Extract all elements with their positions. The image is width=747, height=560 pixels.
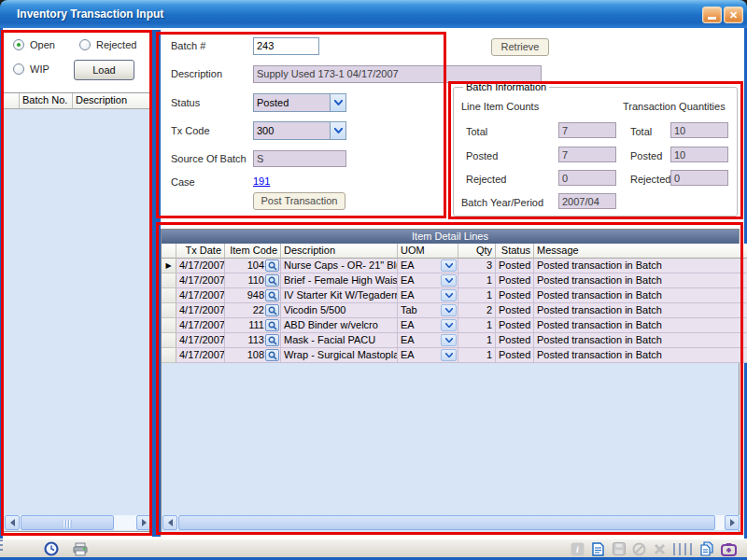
batch-list-col-batch-no[interactable]: Batch No. xyxy=(20,93,73,109)
cell-item-code[interactable]: 113 xyxy=(225,333,281,348)
cell-qty[interactable]: 1 xyxy=(458,348,496,363)
clock-icon[interactable] xyxy=(43,541,59,556)
tx-code-combobox[interactable]: 300 xyxy=(253,121,346,140)
cell-message[interactable]: Posted transaction in Batch xyxy=(534,348,747,363)
cell-message[interactable]: Posted transaction in Batch xyxy=(534,303,747,318)
cell-tx-date[interactable]: 4/17/2007 xyxy=(176,259,225,273)
row-selector[interactable] xyxy=(162,348,176,363)
detail-row[interactable]: 4/17/2007108Wrap - Surgical MastoplastyE… xyxy=(162,348,747,363)
cell-item-code[interactable]: 110 xyxy=(225,273,281,288)
cell-uom[interactable]: EA xyxy=(398,273,458,288)
detail-row[interactable]: 4/17/2007110Brief - Female High Waist Si… xyxy=(162,273,747,288)
batch-list-col-description[interactable]: Description xyxy=(73,93,152,109)
detail-row[interactable]: 4/17/2007113Mask - Facial PACUEA1PostedP… xyxy=(162,333,747,348)
uom-dropdown-button[interactable] xyxy=(441,304,457,316)
detail-row[interactable]: 4/17/200722Vicodin 5/500Tab2PostedPosted… xyxy=(162,303,747,318)
col-message[interactable]: Message xyxy=(534,244,747,259)
title-bar[interactable]: Inventory Transaction Input ✕ xyxy=(0,0,747,28)
grid-hscrollbar[interactable] xyxy=(162,515,740,530)
batch-list[interactable]: Batch No. Description xyxy=(3,92,152,532)
cell-qty[interactable]: 1 xyxy=(458,288,496,303)
cell-qty[interactable]: 2 xyxy=(458,303,496,318)
cell-item-code[interactable]: 111 xyxy=(225,318,281,333)
scrollbar-thumb[interactable] xyxy=(178,515,715,530)
detail-row[interactable]: 4/17/2007948IV Starter Kit W/Tegaderm,EA… xyxy=(162,288,747,303)
current-row-selector[interactable]: ▶ xyxy=(162,259,176,273)
cell-uom[interactable]: EA xyxy=(398,318,458,333)
cell-item-code[interactable]: 108 xyxy=(225,348,281,363)
toolbar-grip-icon[interactable] xyxy=(0,539,3,553)
case-link[interactable]: 191 xyxy=(253,175,270,187)
row-selector[interactable] xyxy=(162,303,176,318)
detail-row[interactable]: ▶4/17/2007104Nurse Caps - OR- 21" BlueEA… xyxy=(162,259,747,273)
item-lookup-button[interactable] xyxy=(265,334,279,346)
cell-status[interactable]: Posted xyxy=(496,303,534,318)
uom-dropdown-button[interactable] xyxy=(441,319,457,331)
cell-description[interactable]: Wrap - Surgical Mastoplasty xyxy=(281,348,398,363)
item-lookup-button[interactable] xyxy=(265,304,279,316)
col-qty[interactable]: Qty xyxy=(458,244,496,259)
cell-qty[interactable]: 1 xyxy=(458,318,496,333)
col-uom[interactable]: UOM xyxy=(398,244,458,259)
retrieve-button[interactable]: Retrieve xyxy=(491,38,549,56)
item-lookup-button[interactable] xyxy=(265,259,279,272)
post-transaction-button[interactable]: Post Transaction xyxy=(253,192,345,210)
radio-rejected[interactable] xyxy=(79,39,91,50)
close-button[interactable]: ✕ xyxy=(724,7,743,23)
cell-uom[interactable]: EA xyxy=(398,333,458,348)
cell-item-code[interactable]: 948 xyxy=(225,288,281,303)
source-of-batch-input[interactable]: S xyxy=(253,150,346,167)
cell-description[interactable]: ABD Binder w/velcro xyxy=(281,318,398,333)
cell-qty[interactable]: 3 xyxy=(458,259,496,273)
cell-message[interactable]: Posted transaction in Batch xyxy=(534,288,747,303)
cell-uom[interactable]: Tab xyxy=(398,303,458,318)
cell-uom[interactable]: EA xyxy=(398,259,458,273)
cell-status[interactable]: Posted xyxy=(496,288,534,303)
item-detail-grid[interactable]: Item Detail Lines Tx Date Item Code Desc… xyxy=(161,229,740,533)
cell-status[interactable]: Posted xyxy=(496,259,534,273)
cell-description[interactable]: Vicodin 5/500 xyxy=(281,303,398,318)
item-lookup-button[interactable] xyxy=(265,349,279,361)
cell-status[interactable]: Posted xyxy=(496,318,534,333)
cell-message[interactable]: Posted transaction in Batch xyxy=(534,333,747,348)
cell-tx-date[interactable]: 4/17/2007 xyxy=(176,288,225,303)
cell-tx-date[interactable]: 4/17/2007 xyxy=(176,318,225,333)
uom-dropdown-button[interactable] xyxy=(441,289,457,301)
load-button[interactable]: Load xyxy=(74,60,134,80)
col-item-code[interactable]: Item Code xyxy=(225,244,281,259)
batch-number-input[interactable]: 243 xyxy=(253,37,319,55)
cell-qty[interactable]: 1 xyxy=(458,333,496,348)
cell-uom[interactable]: EA xyxy=(398,348,458,363)
row-selector[interactable] xyxy=(162,273,176,288)
cell-status[interactable]: Posted xyxy=(496,273,534,288)
cell-description[interactable]: Nurse Caps - OR- 21" Blue xyxy=(281,259,398,273)
cell-tx-date[interactable]: 4/17/2007 xyxy=(176,273,225,288)
status-combobox[interactable]: Posted xyxy=(253,93,346,112)
radio-open[interactable] xyxy=(13,39,24,50)
cell-status[interactable]: Posted xyxy=(496,348,534,363)
scroll-left-button[interactable] xyxy=(162,515,177,530)
status-dropdown-button[interactable] xyxy=(330,94,345,111)
new-document-icon[interactable] xyxy=(590,541,606,556)
cell-tx-date[interactable]: 4/17/2007 xyxy=(176,303,225,318)
scroll-right-button[interactable] xyxy=(136,515,151,530)
cell-message[interactable]: Posted transaction in Batch xyxy=(534,318,747,333)
copy-icon[interactable] xyxy=(698,541,714,556)
uom-dropdown-button[interactable] xyxy=(441,274,457,287)
uom-dropdown-button[interactable] xyxy=(441,349,457,361)
minimize-button[interactable] xyxy=(702,7,722,23)
cell-qty[interactable]: 1 xyxy=(458,273,496,288)
col-status[interactable]: Status xyxy=(496,244,534,259)
cell-description[interactable]: Mask - Facial PACU xyxy=(281,333,398,348)
print-icon[interactable] xyxy=(73,541,89,556)
detail-row[interactable]: 4/17/2007111ABD Binder w/velcroEA1Posted… xyxy=(162,318,747,333)
batch-list-hscrollbar[interactable] xyxy=(5,515,151,530)
cell-tx-date[interactable]: 4/17/2007 xyxy=(176,348,225,363)
cell-status[interactable]: Posted xyxy=(496,333,534,348)
col-description[interactable]: Description xyxy=(281,244,398,259)
cell-description[interactable]: Brief - Female High Waist Si xyxy=(281,273,398,288)
col-tx-date[interactable]: Tx Date xyxy=(176,244,225,259)
uom-dropdown-button[interactable] xyxy=(441,259,457,272)
cell-message[interactable]: Posted transaction in Batch xyxy=(534,259,747,273)
cell-uom[interactable]: EA xyxy=(398,288,458,303)
